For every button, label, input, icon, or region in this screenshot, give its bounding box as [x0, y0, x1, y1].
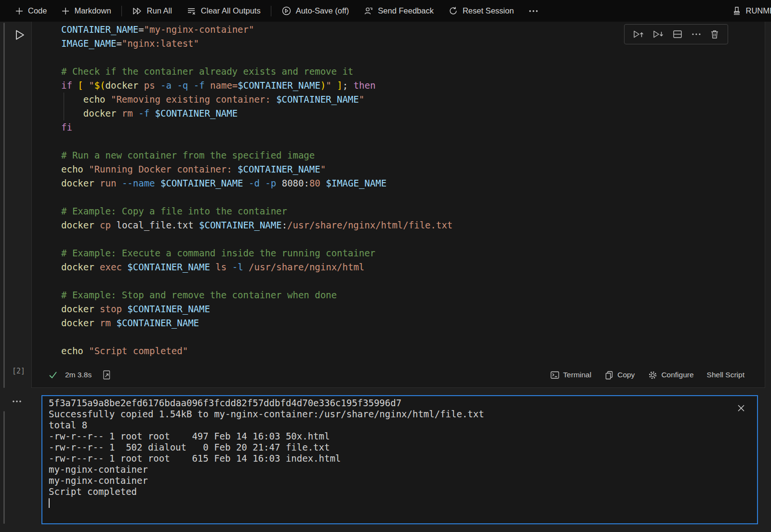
- execution-count: [2]: [12, 367, 25, 375]
- split-cell-button[interactable]: [672, 29, 683, 40]
- save-output-file-icon[interactable]: [102, 370, 111, 380]
- terminal-action[interactable]: Terminal: [550, 370, 592, 380]
- kernel-language-label: Shell Script: [707, 371, 744, 379]
- runme-label: RUNME: [746, 6, 771, 15]
- code-line: echo "Running Docker container: $CONTAIN…: [61, 162, 765, 176]
- terminal-label: Terminal: [563, 371, 592, 379]
- execute-below-button[interactable]: [652, 29, 664, 40]
- execute-above-button[interactable]: [632, 29, 644, 40]
- gear-icon: [648, 370, 658, 380]
- code-line: if [ "$(docker ps -a -q -f name=$CONTAIN…: [61, 79, 765, 93]
- code-line: # Check if the container already exists …: [61, 65, 765, 79]
- ellipsis-icon: [528, 9, 539, 13]
- output-cursor-line: [49, 497, 484, 508]
- code-line: fi: [61, 120, 765, 134]
- code-line: # Example: Stop and remove the container…: [61, 288, 765, 302]
- output-line: Script completed: [49, 486, 484, 497]
- close-output-button[interactable]: [737, 404, 745, 414]
- configure-action[interactable]: Configure: [648, 370, 693, 380]
- copy-action[interactable]: Copy: [604, 370, 635, 380]
- auto-save-toggle[interactable]: Auto-Save (off): [274, 0, 357, 22]
- cell-focus-bar[interactable]: [3, 23, 5, 388]
- add-markdown-cell-button[interactable]: Markdown: [54, 0, 118, 22]
- run-all-icon: [132, 6, 143, 16]
- output-line: 5f3a715a9a8be2efd6176bdaa096f3fcdd82f57d…: [49, 398, 484, 409]
- cell-toolbar: [624, 24, 728, 44]
- code-editor[interactable]: CONTAINER_NAME="my-nginx-container"IMAGE…: [32, 22, 765, 358]
- run-all-button[interactable]: Run All: [125, 0, 179, 22]
- reset-session-button[interactable]: Reset Session: [441, 0, 521, 22]
- notebook-body: [2] CONTAINER_NAME="my-nginx-container"I…: [0, 22, 771, 532]
- notebook-window: Code Markdown Run All Clear All Outputs: [0, 0, 771, 532]
- code-line: docker exec $CONTAINER_NAME ls -l /usr/s…: [61, 260, 765, 274]
- code-line: # Example: Execute a command inside the …: [61, 246, 765, 260]
- add-code-cell-button[interactable]: Code: [8, 0, 54, 22]
- code-line: echo "Script completed": [61, 344, 765, 358]
- copy-icon: [604, 370, 614, 380]
- output-line: Successfully copied 1.54kB to my-nginx-c…: [49, 409, 484, 420]
- kernel-language-picker[interactable]: Shell Script: [707, 371, 744, 379]
- add-markdown-label: Markdown: [74, 6, 111, 15]
- code-line: # Run a new container from the specified…: [61, 148, 765, 162]
- terminal-cursor: [49, 498, 50, 508]
- output-menu-button[interactable]: [12, 397, 22, 405]
- notebook-toolbar: Code Markdown Run All Clear All Outputs: [0, 0, 771, 22]
- toolbar-separator: [121, 6, 122, 16]
- output-line: -rw-r--r-- 1 root root 497 Feb 14 16:03 …: [49, 431, 484, 442]
- send-feedback-label: Send Feedback: [378, 6, 434, 15]
- code-line: docker stop $CONTAINER_NAME: [61, 302, 765, 316]
- runme-logo-icon: [732, 6, 742, 16]
- output-focus-bar[interactable]: [3, 411, 5, 524]
- clear-all-outputs-label: Clear All Outputs: [201, 6, 261, 15]
- toolbar-more-actions-button[interactable]: [521, 0, 546, 22]
- code-line: docker rm -f $CONTAINER_NAME: [61, 106, 765, 120]
- clear-all-outputs-button[interactable]: Clear All Outputs: [179, 0, 268, 22]
- auto-save-label: Auto-Save (off): [296, 6, 349, 15]
- toolbar-separator: [271, 6, 271, 16]
- output-line: -rw-r--r-- 1 root root 615 Feb 14 16:03 …: [49, 453, 484, 464]
- reset-session-label: Reset Session: [463, 6, 514, 15]
- code-line: docker rm $CONTAINER_NAME: [61, 316, 765, 330]
- output-line: my-nginx-container: [49, 464, 484, 475]
- output-line: -rw-r--r-- 1 502 dialout 0 Feb 20 21:47 …: [49, 442, 484, 453]
- output-line: total 8: [49, 420, 484, 431]
- auto-save-icon: [281, 6, 292, 16]
- copy-label: Copy: [617, 371, 635, 379]
- code-cell: CONTAINER_NAME="my-nginx-container"IMAGE…: [31, 22, 765, 388]
- terminal-icon: [550, 370, 560, 380]
- code-line: [61, 330, 765, 344]
- code-line: [61, 51, 765, 65]
- cell-output: 5f3a715a9a8be2efd6176bdaa096f3fcdd82f57d…: [41, 395, 758, 524]
- add-code-label: Code: [28, 6, 47, 15]
- code-line: echo "Removing existing container: $CONT…: [61, 93, 765, 106]
- execution-duration: 2m 3.8s: [65, 371, 92, 379]
- run-cell-button[interactable]: [13, 28, 26, 43]
- delete-cell-button[interactable]: [709, 29, 720, 40]
- code-line: docker cp local_file.txt $CONTAINER_NAME…: [61, 218, 765, 232]
- plus-icon: [15, 7, 24, 15]
- code-line: docker run --name $CONTAINER_NAME -d -p …: [61, 176, 765, 190]
- output-terminal-text: 5f3a715a9a8be2efd6176bdaa096f3fcdd82f57d…: [49, 398, 484, 508]
- run-all-label: Run All: [147, 6, 172, 15]
- cell-status-bar: 2m 3.8s Terminal: [32, 362, 765, 387]
- reset-session-icon: [448, 6, 458, 16]
- plus-icon: [61, 7, 70, 15]
- code-line: [61, 274, 765, 288]
- output-line: my-nginx-container: [49, 475, 484, 486]
- success-check-icon: [48, 370, 58, 380]
- send-feedback-button[interactable]: Send Feedback: [356, 0, 441, 22]
- configure-label: Configure: [661, 371, 693, 379]
- code-line: # Example: Copy a file into the containe…: [61, 204, 765, 218]
- runme-brand-button[interactable]: RUNME: [725, 0, 771, 22]
- code-line: [61, 190, 765, 204]
- code-line: [61, 232, 765, 246]
- more-actions-button[interactable]: [691, 33, 701, 36]
- clear-outputs-icon: [186, 6, 197, 16]
- code-line: [61, 134, 765, 148]
- send-feedback-icon: [363, 6, 373, 16]
